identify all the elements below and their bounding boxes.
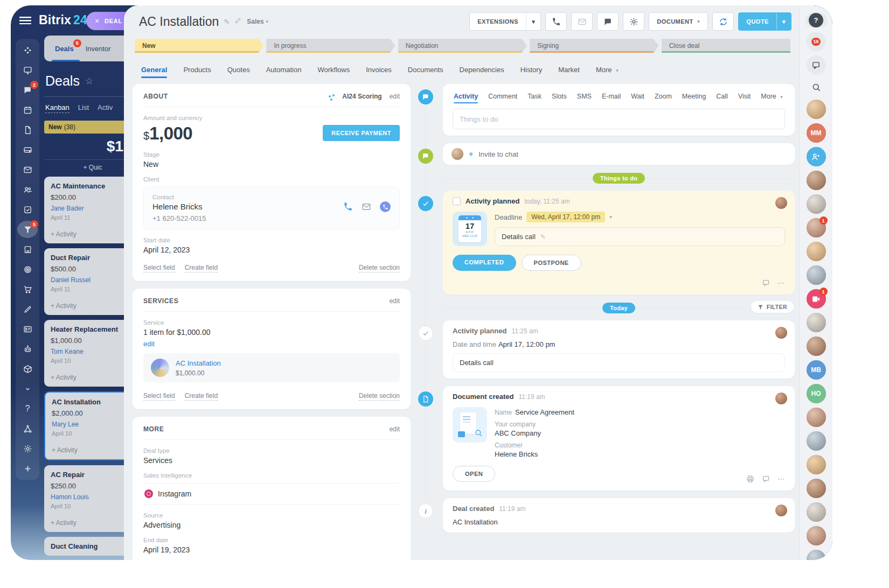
market-icon[interactable] <box>22 244 33 254</box>
create-field-link[interactable]: Create field <box>185 392 218 401</box>
avatar[interactable] <box>775 505 787 516</box>
notifications-button[interactable]: 16 <box>807 32 826 51</box>
delete-section-link[interactable]: Delete section <box>359 392 400 401</box>
tl-tab-call[interactable]: Call <box>716 93 728 103</box>
avatar[interactable] <box>807 313 826 332</box>
avatar[interactable] <box>807 100 826 119</box>
close-icon[interactable]: × <box>95 17 100 25</box>
search-button[interactable] <box>807 79 826 95</box>
more-actions-icon[interactable]: ⋯ <box>777 474 786 483</box>
avatar[interactable] <box>807 337 826 356</box>
pipeline-selector[interactable]: Sales <box>247 18 263 25</box>
tasks-icon[interactable] <box>22 205 33 214</box>
avatar[interactable] <box>807 479 826 498</box>
video-calls-icon[interactable] <box>22 65 33 75</box>
avatar[interactable]: 1 <box>807 218 826 237</box>
drive-icon[interactable] <box>22 145 33 155</box>
tl-tab-email[interactable]: E-mail <box>602 93 621 103</box>
tab-more[interactable]: More ▾ <box>596 61 619 78</box>
select-field-link[interactable]: Select field <box>143 392 175 401</box>
chat-button[interactable] <box>597 12 619 31</box>
edit-section-link[interactable]: edit <box>390 93 400 100</box>
avatar-initials[interactable]: MB <box>807 360 826 380</box>
tab-general[interactable]: General <box>141 61 167 78</box>
mail-icon[interactable] <box>22 165 33 174</box>
edit-section-link[interactable]: edit <box>390 297 400 305</box>
tab-automation[interactable]: Automation <box>266 61 302 78</box>
more-items-icon[interactable] <box>22 384 33 394</box>
sign-icon[interactable] <box>22 304 33 314</box>
edit-title-icon[interactable]: ✎ <box>224 18 230 26</box>
call-button[interactable] <box>545 12 567 31</box>
complete-checkbox[interactable] <box>453 197 461 205</box>
messenger-contact-icon[interactable] <box>380 201 391 212</box>
tab-workflows[interactable]: Workflows <box>317 61 350 78</box>
settings-button[interactable] <box>623 12 644 31</box>
view-kanban[interactable]: Kanban <box>45 103 70 113</box>
avatar[interactable] <box>775 393 787 404</box>
view-activities[interactable]: Activ <box>98 103 113 113</box>
stage-close-deal[interactable]: Close deal <box>662 39 790 53</box>
avatar[interactable] <box>807 242 826 261</box>
tl-tab-meeting[interactable]: Meeting <box>682 93 706 103</box>
edit-products-link[interactable]: edit <box>143 340 400 348</box>
avatar[interactable] <box>807 455 826 474</box>
email-contact-icon[interactable] <box>362 202 371 212</box>
comment-icon[interactable] <box>762 279 770 287</box>
extensions-button[interactable]: EXTENSIONS ▾ <box>469 12 541 31</box>
activity-subject[interactable]: Details call ✎ <box>495 227 785 246</box>
messenger-icon[interactable]: 2 <box>22 85 33 95</box>
todo-input[interactable] <box>453 109 785 129</box>
tl-tab-comment[interactable]: Comment <box>488 93 517 103</box>
contacts-icon[interactable] <box>22 324 33 334</box>
link-icon[interactable] <box>234 17 241 26</box>
comment-icon[interactable] <box>762 475 770 483</box>
create-field-link[interactable]: Create field <box>185 264 218 272</box>
tab-history[interactable]: History <box>520 61 542 78</box>
document-preview[interactable] <box>453 407 487 443</box>
ai-scoring-label[interactable]: AI24 Scoring <box>342 93 381 100</box>
pencil-icon[interactable]: ✎ <box>540 233 546 241</box>
tl-tab-activity[interactable]: Activity <box>454 93 478 103</box>
video-chat-button[interactable]: 1 <box>807 289 826 309</box>
tl-tab-zoom[interactable]: Zoom <box>655 93 672 103</box>
select-field-link[interactable]: Select field <box>143 264 175 272</box>
settings-icon[interactable] <box>22 444 33 453</box>
help-icon[interactable]: ? <box>22 404 33 414</box>
completed-button[interactable]: COMPLETED <box>453 255 516 271</box>
avatar[interactable] <box>775 197 787 209</box>
avatar[interactable] <box>807 265 826 285</box>
help-button[interactable]: ? <box>805 13 827 27</box>
groups-icon[interactable] <box>22 185 33 194</box>
print-icon[interactable] <box>746 475 754 483</box>
tl-tab-wait[interactable]: Wait <box>631 93 644 103</box>
invite-user-button[interactable] <box>807 147 826 166</box>
stage-negotiation[interactable]: Negotiation <box>398 39 527 53</box>
edit-section-link[interactable]: edit <box>390 425 400 433</box>
tab-invoices[interactable]: Invoices <box>366 61 392 78</box>
avatar[interactable] <box>807 526 826 545</box>
avatar-initials[interactable]: HO <box>807 384 826 403</box>
receive-payment-button[interactable]: RECEIVE PAYMENT <box>323 125 400 141</box>
stage-new[interactable]: New <box>135 39 263 53</box>
postpone-button[interactable]: POSTPONE <box>522 255 581 271</box>
add-icon[interactable] <box>22 464 33 473</box>
tab-market[interactable]: Market <box>558 61 580 78</box>
avatar[interactable] <box>775 327 787 339</box>
documents-icon[interactable] <box>22 125 33 135</box>
marketing-icon[interactable] <box>22 264 33 274</box>
avatar[interactable] <box>807 171 826 190</box>
contact-card[interactable]: Contact Helene Bricks +1 620-522-0015 <box>143 187 400 229</box>
tab-dependencies[interactable]: Dependencies <box>460 61 504 78</box>
online-store-icon[interactable] <box>22 284 33 294</box>
star-icon[interactable]: ☆ <box>85 75 93 87</box>
warehouse-icon[interactable] <box>22 364 33 374</box>
tab-products[interactable]: Products <box>183 61 211 78</box>
crm-icon[interactable]: 5 <box>22 225 33 234</box>
menu-icon[interactable] <box>19 17 31 24</box>
stage-signing[interactable]: Signing <box>530 39 658 53</box>
invite-to-chat-row[interactable]: + Invite to chat <box>443 143 795 165</box>
avatar[interactable] <box>807 550 826 560</box>
email-button[interactable] <box>571 12 593 31</box>
tl-tab-more[interactable]: More ▾ <box>761 93 783 103</box>
